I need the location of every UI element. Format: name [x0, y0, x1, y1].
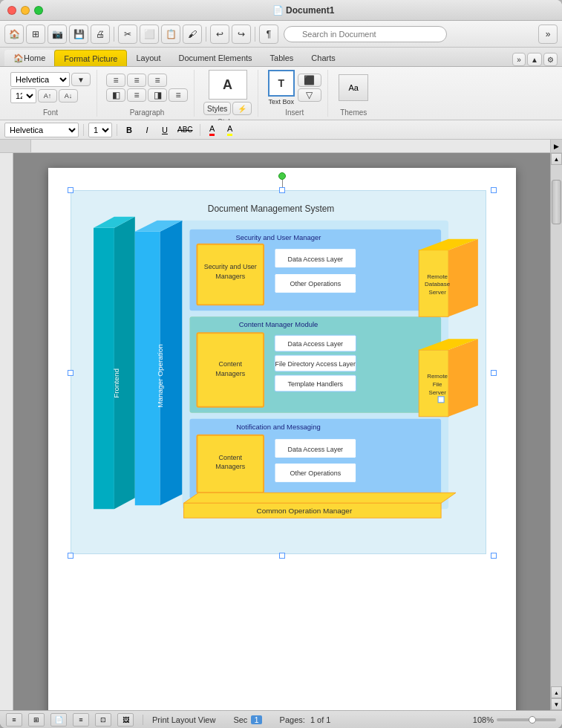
search-area: 🔍	[284, 26, 536, 42]
text-box-btn[interactable]: T Text Box	[268, 70, 295, 105]
font-size-select[interactable]: 12	[10, 88, 36, 103]
undo-btn[interactable]: ↩	[210, 25, 229, 44]
status-view-4[interactable]: ≡	[73, 713, 89, 727]
scroll-up-btn[interactable]: ▲	[551, 153, 562, 165]
tab-format-picture[interactable]: Format Picture	[54, 50, 127, 66]
document-scroll[interactable]: Document Management System Frontend Mana…	[13, 153, 550, 710]
list-unordered-btn[interactable]: ≡	[106, 74, 125, 87]
ribbon-expand-btn[interactable]: »	[512, 53, 526, 66]
paste-btn[interactable]: 📋	[161, 25, 180, 44]
list-ordered-btn[interactable]: ≡	[127, 74, 146, 87]
align-right-btn[interactable]: ◨	[148, 88, 167, 102]
section-label: Sec 1	[233, 715, 261, 724]
handle-tl[interactable]	[68, 187, 73, 193]
status-sep	[143, 715, 143, 725]
ribbon-settings-btn[interactable]: ⚙	[543, 53, 558, 66]
scroll-up2-btn[interactable]: ▲	[551, 686, 562, 698]
app-window: 📄 Document1 🏠 ⊞ 📷 💾 🖨 ✂ ⬜ 📋 🖌 ↩ ↪ ¶ 🔍 » …	[0, 0, 562, 728]
minimize-button[interactable]	[21, 6, 30, 15]
underline-btn[interactable]: U	[157, 123, 172, 137]
handle-br[interactable]	[491, 553, 497, 559]
themes-preview[interactable]: Aa	[339, 74, 368, 101]
align-center-btn[interactable]: ≡	[127, 88, 146, 102]
font-family-arrow[interactable]: ▼	[71, 73, 91, 86]
tab-document-elements[interactable]: Document Elements	[170, 50, 261, 66]
styles-preview[interactable]: A	[209, 70, 247, 100]
tab-layout[interactable]: Layout	[127, 50, 169, 66]
copy-btn[interactable]: ⬜	[140, 25, 159, 44]
handle-mr[interactable]	[491, 370, 497, 376]
ribbon-group-paragraph: ≡ ≡ ≡ ◧ ≡ ◨ ≡ Paragraph	[100, 70, 195, 117]
more-btn[interactable]: »	[538, 25, 558, 44]
scroll-down-btn[interactable]: ▼	[551, 698, 562, 710]
handle-tc[interactable]	[279, 187, 285, 193]
ribbon-extras: » ▲ ⚙	[512, 53, 558, 66]
paragraph-marks-btn[interactable]: ¶	[259, 25, 278, 44]
insert-group-content: T Text Box ⬛ ▽	[268, 70, 321, 105]
print-btn[interactable]: 🖨	[91, 25, 110, 44]
selected-image-container[interactable]: Document Management System Frontend Mana…	[71, 190, 494, 556]
zoom-thumb[interactable]	[529, 716, 536, 724]
styles-btn[interactable]: Styles	[203, 102, 231, 115]
svg-text:Database: Database	[425, 281, 451, 287]
highlight-btn[interactable]: A	[223, 123, 238, 137]
format-row: Helvetica 12 B I U ABC A A	[0, 120, 562, 140]
svg-text:Data Access Layer: Data Access Layer	[287, 340, 343, 348]
rotation-handle[interactable]	[278, 172, 286, 180]
maximize-button[interactable]	[34, 6, 43, 15]
align-list-btn[interactable]: ≡	[169, 88, 188, 102]
zoom-slider[interactable]	[497, 718, 556, 721]
ribbon-collapse-btn[interactable]: ▲	[527, 53, 542, 66]
svg-text:Remote: Remote	[427, 273, 448, 280]
tab-tables[interactable]: Tables	[261, 50, 303, 66]
handle-bc[interactable]	[279, 553, 285, 559]
search-input[interactable]	[284, 26, 447, 42]
home-toolbar-btn[interactable]: 🏠	[4, 25, 24, 44]
font-name-select[interactable]: Helvetica	[4, 123, 79, 137]
font-size-select2[interactable]: 12	[88, 123, 112, 137]
scroll-track[interactable]	[551, 165, 562, 686]
align-left-btn[interactable]: ◧	[106, 88, 125, 102]
insert-format-btn[interactable]: ▽	[298, 88, 321, 102]
scroll-thumb[interactable]	[552, 180, 561, 224]
svg-text:Frontend: Frontend	[111, 368, 120, 398]
font-color-btn[interactable]: A	[205, 123, 220, 137]
svg-text:Managers: Managers	[215, 273, 245, 280]
handle-tr[interactable]	[491, 187, 497, 193]
svg-text:File Directory Access Layer: File Directory Access Layer	[275, 360, 355, 368]
status-view-6[interactable]: 🖼	[117, 713, 134, 727]
font-size-down[interactable]: A↓	[59, 89, 78, 103]
handle-bl[interactable]	[68, 553, 73, 559]
font-family-select[interactable]: Helvetica	[10, 72, 70, 87]
status-view-5[interactable]: ⊡	[95, 713, 111, 727]
vertical-scrollbar[interactable]: ▲ ▲ ▼	[550, 153, 562, 710]
grid-btn[interactable]: ⊞	[26, 25, 45, 44]
bold-btn[interactable]: B	[122, 123, 137, 137]
save-preview-btn[interactable]: 📷	[48, 25, 67, 44]
close-button[interactable]	[7, 6, 16, 15]
text-box-label: Text Box	[268, 98, 294, 105]
redo-btn[interactable]: ↪	[232, 25, 251, 44]
handle-ml[interactable]	[68, 370, 73, 376]
svg-marker-2	[94, 228, 114, 509]
status-view-1[interactable]: ≡	[6, 713, 22, 727]
svg-text:Server: Server	[428, 289, 446, 296]
tab-home[interactable]: 🏠 Home	[4, 50, 54, 66]
status-view-2[interactable]: ⊞	[28, 713, 45, 727]
styles-extra-btn[interactable]: ⚡	[232, 102, 252, 115]
svg-text:Security and User: Security and User	[203, 263, 256, 270]
strikethrough-btn[interactable]: ABC	[175, 123, 195, 137]
list-indent-btn[interactable]: ≡	[148, 74, 167, 87]
ruler-main	[31, 140, 550, 152]
italic-btn[interactable]: I	[140, 123, 154, 137]
save-btn[interactable]: 💾	[69, 25, 88, 44]
tab-charts[interactable]: Charts	[302, 50, 344, 66]
status-view-3[interactable]: 📄	[50, 713, 67, 727]
format-btn[interactable]: 🖌	[183, 25, 202, 44]
svg-text:Managers: Managers	[215, 463, 245, 470]
ruler-scroll-btn[interactable]: ▶	[550, 140, 562, 153]
cut-btn[interactable]: ✂	[118, 25, 137, 44]
font-size-up[interactable]: A↑	[38, 89, 57, 103]
insert-shape-btn[interactable]: ⬛	[298, 74, 321, 87]
svg-marker-3	[114, 217, 134, 509]
